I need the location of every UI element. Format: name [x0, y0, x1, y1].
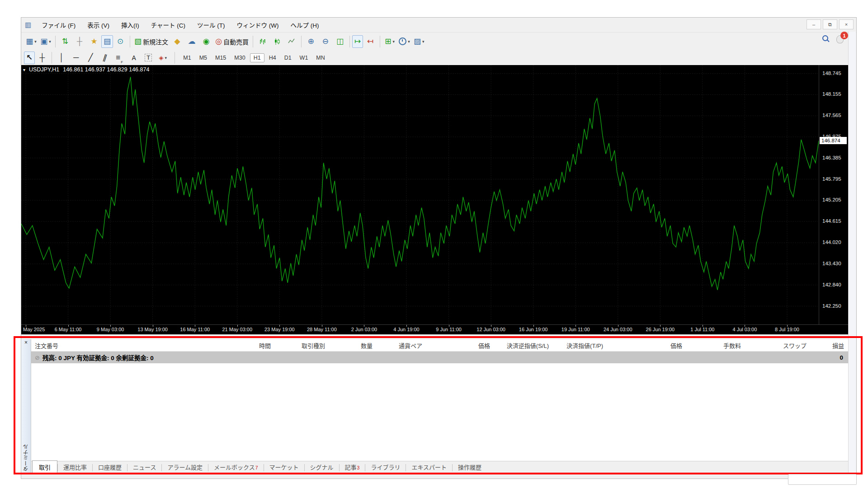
timeframe-w1-button[interactable]: W1	[296, 53, 312, 62]
menu-item-file[interactable]: ファイル (F)	[36, 19, 81, 31]
equidistant-channel-button[interactable]: ∥	[98, 52, 112, 64]
timeframe-m30-button[interactable]: M30	[231, 53, 249, 62]
tab-exposure[interactable]: 運用比率	[58, 461, 92, 473]
close-button[interactable]: ×	[839, 19, 854, 29]
column-header[interactable]: 価格	[608, 341, 687, 350]
zoom-in-icon: ⊕	[308, 37, 314, 46]
window-scrollbar[interactable]	[848, 32, 856, 478]
price-tick: 143.430	[822, 261, 841, 266]
auto-scroll-button[interactable]: ↦	[352, 35, 363, 48]
new-order-button[interactable]: ▧新規注文	[132, 35, 170, 48]
zoom-out-icon: ⊖	[322, 37, 329, 46]
price-axis[interactable]: 148.745148.155147.565146.975146.385145.7…	[819, 65, 849, 324]
chart-menu-arrow-icon[interactable]: ▾	[23, 67, 25, 72]
column-header[interactable]: 決済指値(T/P)	[553, 341, 608, 350]
arrows-button[interactable]: ◈▾	[156, 52, 170, 64]
timeframe-m15-button[interactable]: M15	[212, 53, 230, 62]
text-tool-button[interactable]: A	[127, 52, 141, 64]
time-tick: 16 May 11:00	[180, 327, 210, 332]
column-header[interactable]: スワップ	[745, 341, 811, 350]
candlestick-type-button[interactable]	[270, 35, 284, 48]
column-header[interactable]: 数量	[330, 341, 377, 350]
chart-shift-button[interactable]: ↤	[363, 35, 377, 48]
column-header[interactable]: 取引種別	[275, 341, 330, 350]
time-axis[interactable]: May 20256 May 11:009 May 03:0013 May 19:…	[21, 324, 849, 335]
timeframe-m1-button[interactable]: M1	[179, 53, 194, 62]
terminal-close-button[interactable]: ×	[24, 340, 28, 345]
signals-button[interactable]: ◉	[199, 35, 213, 48]
navigator-button[interactable]: ★	[87, 35, 101, 48]
crosshair-tool-button[interactable]: ┼	[35, 52, 49, 64]
crosshair-icon: ┼	[39, 53, 45, 62]
menu-item-tools[interactable]: ツール (T)	[191, 19, 231, 31]
column-header[interactable]: 時間	[230, 341, 275, 350]
vertical-line-button[interactable]: │	[54, 52, 69, 64]
timeframe-h1-button[interactable]: H1	[250, 53, 264, 62]
profiles-button[interactable]: ▣▾	[38, 35, 53, 48]
column-header[interactable]: 通貨ペア	[377, 341, 427, 350]
column-header[interactable]: 損益	[811, 341, 849, 350]
cloud-icon: ☁	[188, 37, 196, 46]
timeframe-mn-button[interactable]: MN	[312, 53, 328, 62]
templates-button[interactable]: ▨▾	[412, 35, 426, 48]
tab-experts[interactable]: エキスパート	[406, 461, 452, 473]
menu-item-window[interactable]: ウィンドウ (W)	[231, 19, 285, 31]
fibonacci-button[interactable]: ≡F	[112, 52, 127, 64]
tab-signals[interactable]: シグナル	[305, 461, 339, 473]
strategy-tester-button[interactable]: ⊙	[113, 35, 127, 48]
minimize-button[interactable]: –	[807, 19, 821, 29]
app-logo-icon: ▥	[25, 21, 31, 29]
menu-item-view[interactable]: 表示 (V)	[81, 19, 115, 31]
tab-market[interactable]: マーケット	[264, 461, 304, 473]
timeframe-m5-button[interactable]: M5	[196, 53, 211, 62]
menu-item-insert[interactable]: 挿入(I)	[115, 19, 145, 31]
tab-alerts[interactable]: アラーム設定	[162, 461, 208, 473]
shapes-icon: ◈	[159, 54, 163, 61]
tab-articles[interactable]: 記事3	[340, 461, 365, 473]
horizontal-line-button[interactable]: ─	[69, 52, 83, 64]
zoom-in-button[interactable]: ⊕	[304, 35, 318, 48]
timeframe-d1-button[interactable]: D1	[281, 53, 295, 62]
metaeditor-icon: ◆	[175, 37, 180, 46]
data-window-icon: ┼	[77, 37, 82, 46]
autotrade-button[interactable]: ◎自動売買	[213, 35, 250, 48]
periods-button[interactable]: ▾	[397, 35, 412, 48]
chart-ohlc-label: ▾ USDJPY,H1 146.861 146.937 146.829 146.…	[23, 66, 149, 73]
column-header[interactable]: 決済逆指値(S/L)	[495, 341, 553, 350]
search-button[interactable]	[822, 35, 828, 43]
notifications-button[interactable]: 1	[835, 34, 845, 44]
tab-journal[interactable]: 操作履歴	[453, 461, 487, 473]
tab-library[interactable]: ライブラリ	[365, 461, 406, 473]
tab-mailbox[interactable]: メールボックス7	[208, 461, 263, 473]
cloud-button[interactable]: ☁	[184, 35, 199, 48]
vertical-line-icon: │	[59, 53, 64, 62]
market-watch-button[interactable]: ⇅	[58, 35, 72, 48]
terminal-toggle-button[interactable]: ▤	[101, 35, 113, 48]
tile-windows-icon: ◫	[336, 37, 344, 46]
indicators-button[interactable]: ⊞▾	[382, 35, 397, 48]
column-header[interactable]: 手数料	[687, 341, 745, 350]
time-tick: 16 Jun 19:00	[519, 327, 548, 332]
tab-news[interactable]: ニュース	[127, 461, 161, 473]
tile-windows-button[interactable]: ◫	[333, 35, 347, 48]
zoom-out-button[interactable]: ⊖	[318, 35, 333, 48]
menu-item-charts[interactable]: チャート (C)	[145, 19, 191, 31]
cursor-tool-button[interactable]: ↖	[24, 52, 35, 64]
tab-account-history[interactable]: 口座履歴	[93, 461, 127, 473]
column-header[interactable]: 価格	[427, 341, 495, 350]
price-chart[interactable]	[21, 65, 819, 324]
text-label-button[interactable]: T	[141, 52, 156, 64]
trendline-button[interactable]: ╱	[83, 52, 98, 64]
tab-trade[interactable]: 取引	[32, 460, 57, 473]
line-chart-type-button[interactable]	[284, 35, 299, 48]
menu-item-help[interactable]: ヘルプ (H)	[285, 19, 325, 31]
restore-button[interactable]: ⧉	[823, 19, 837, 29]
column-header[interactable]: 注文番号	[31, 341, 230, 350]
data-window-button[interactable]: ┼	[72, 35, 87, 48]
fibonacci-icon: ≡	[116, 53, 120, 62]
timeframe-h4-button[interactable]: H4	[265, 53, 280, 62]
signals-icon: ◉	[203, 37, 210, 46]
new-chart-button[interactable]: ▦▾	[24, 35, 38, 48]
metaeditor-button[interactable]: ◆	[170, 35, 184, 48]
bar-chart-type-button[interactable]	[255, 35, 270, 48]
